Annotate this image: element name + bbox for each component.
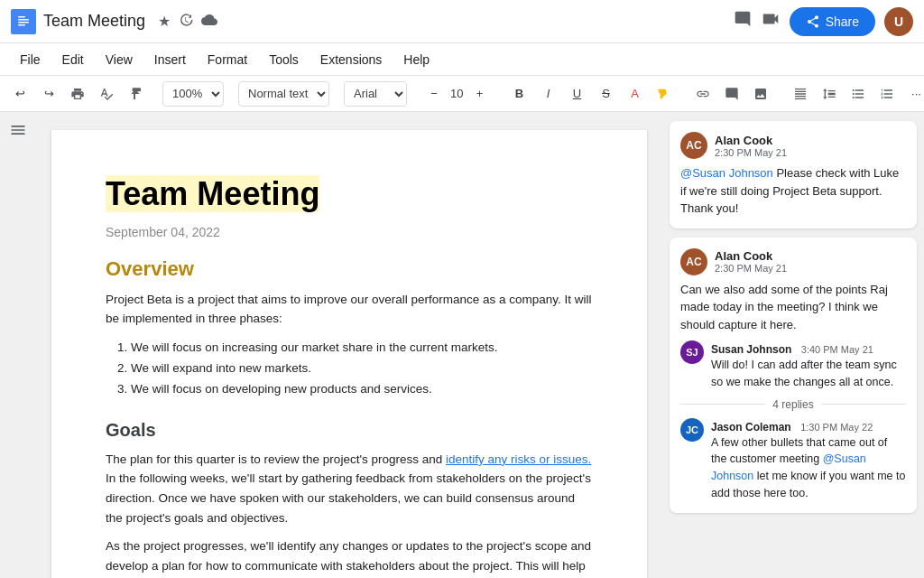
menu-help[interactable]: Help	[394, 49, 439, 70]
replies-divider: 4 replies	[680, 398, 906, 411]
reply-avatar-1: SJ	[680, 340, 704, 364]
main-area: Team Meeting September 04, 2022 Overview…	[0, 112, 924, 578]
reply-text-1: Will do! I can add after the team sync s…	[711, 357, 906, 391]
reply-time-1: 3:40 PM May 21	[801, 344, 873, 355]
comment-text-2: Can we also add some of the points Raj m…	[680, 281, 906, 334]
menu-view[interactable]: View	[97, 49, 142, 70]
reply-text-2: A few other bullets that came out of the…	[711, 434, 906, 502]
toolbar: ↩ ↪ 100% 75% 125% Normal text Heading 1 …	[0, 76, 924, 112]
goals-para1: The plan for this quarter is to review t…	[106, 450, 593, 527]
overview-body: Project Beta is a project that aims to i…	[106, 290, 593, 329]
user-avatar[interactable]: U	[884, 7, 913, 36]
doc-icon	[11, 9, 36, 34]
numbered-list-button[interactable]	[874, 81, 900, 107]
reply-avatar-2: JC	[680, 418, 704, 442]
reply-author-2: Jason Coleman	[711, 421, 791, 434]
line-spacing-button[interactable]	[817, 81, 842, 107]
reply-content-2: Jason Coleman 1:30 PM May 22 A few other…	[711, 418, 906, 502]
reply-item-1: SJ Susan Johnson 3:40 PM May 21 Will do!…	[680, 340, 906, 391]
comment-time-2: 2:30 PM May 21	[715, 263, 787, 274]
zoom-select[interactable]: 100% 75% 125%	[162, 81, 224, 107]
title-icons: ★	[158, 12, 217, 32]
checklist-button[interactable]	[845, 81, 871, 107]
reply-item-2: JC Jason Coleman 1:30 PM May 22 A few ot…	[680, 418, 906, 502]
list-item: We will expand into new markets.	[131, 359, 593, 379]
bold-button[interactable]: B	[506, 81, 531, 107]
history-icon[interactable]	[178, 12, 194, 32]
title-bar: Team Meeting ★ Share U	[0, 0, 924, 43]
list-item: We will focus on increasing our market s…	[131, 338, 593, 359]
menu-format[interactable]: Format	[199, 49, 256, 70]
svg-rect-3	[18, 22, 29, 23]
menu-insert[interactable]: Insert	[145, 49, 195, 70]
comment-author-2: Alan Cook	[715, 249, 787, 263]
goals-para1-after: In the following weeks, we'll start by g…	[106, 471, 591, 524]
paint-format-button[interactable]	[123, 81, 148, 107]
goals-para2: As the project progresses, we'll identif…	[106, 536, 593, 578]
comment-time-1: 2:30 PM May 21	[715, 147, 787, 158]
menu-tools[interactable]: Tools	[260, 49, 308, 70]
goals-para1-before: The plan for this quarter is to review t…	[106, 452, 446, 466]
meet-icon[interactable]	[761, 9, 781, 33]
font-size-plus-button[interactable]: +	[467, 81, 492, 107]
reply-author-1: Susan Johnson	[711, 343, 791, 356]
menu-edit[interactable]: Edit	[53, 49, 93, 70]
comment-meta-2: Alan Cook 2:30 PM May 21	[715, 249, 787, 274]
print-button[interactable]	[65, 81, 90, 107]
reply-content-1: Susan Johnson 3:40 PM May 21 Will do! I …	[711, 340, 906, 391]
doc-heading: Team Meeting	[106, 175, 319, 212]
svg-rect-4	[18, 24, 25, 26]
comment-meta-1: Alan Cook 2:30 PM May 21	[715, 134, 787, 158]
doc-date: September 04, 2022	[106, 225, 593, 239]
comment-card-1: AC Alan Cook 2:30 PM May 21 @Susan Johns…	[670, 121, 917, 228]
svg-rect-2	[18, 19, 29, 21]
replies-count: 4 replies	[772, 398, 813, 411]
font-select[interactable]: Arial Times New Roman	[344, 81, 407, 107]
inline-comment-button[interactable]	[719, 81, 744, 107]
comment-avatar-1: AC	[680, 132, 707, 159]
reply-time-2: 1:30 PM May 22	[800, 422, 873, 433]
font-size-minus-button[interactable]: −	[421, 81, 447, 107]
underline-button[interactable]: U	[564, 81, 589, 107]
header-right: Share U	[734, 7, 913, 36]
document-area: Team Meeting September 04, 2022 Overview…	[36, 112, 662, 578]
document-page: Team Meeting September 04, 2022 Overview…	[51, 130, 647, 578]
align-button[interactable]	[788, 81, 813, 107]
comment-author-1: Alan Cook	[715, 134, 787, 147]
document-title: Team Meeting	[43, 12, 145, 31]
style-select[interactable]: Normal text Heading 1 Heading 2	[238, 81, 329, 107]
highlight-button[interactable]	[651, 81, 676, 107]
comment-icon[interactable]	[734, 10, 752, 33]
cloud-icon	[201, 12, 217, 32]
document-title-text: Team Meeting	[106, 173, 593, 216]
undo-button[interactable]: ↩	[7, 81, 32, 107]
goals-para1-link[interactable]: identify any risks or issues.	[446, 452, 591, 466]
image-button[interactable]	[748, 81, 773, 107]
comment-text-1: @Susan Johnson Please check with Luke if…	[680, 164, 906, 218]
comment-card-2: AC Alan Cook 2:30 PM May 21 Can we also …	[670, 238, 917, 513]
comment-avatar-2: AC	[680, 248, 707, 275]
star-icon[interactable]: ★	[158, 13, 171, 30]
text-color-button[interactable]: A	[622, 81, 647, 107]
redo-button[interactable]: ↪	[36, 81, 61, 107]
strikethrough-button[interactable]: S	[593, 81, 618, 107]
share-button[interactable]: Share	[790, 7, 875, 36]
sidebar-toggle[interactable]	[0, 112, 36, 578]
overview-heading: Overview	[106, 257, 593, 281]
comments-panel: AC Alan Cook 2:30 PM May 21 @Susan Johns…	[662, 112, 924, 578]
link-button[interactable]	[690, 81, 716, 107]
list-item: We will focus on developing new products…	[131, 379, 593, 400]
comment-mention-1[interactable]: @Susan Johnson	[680, 166, 773, 180]
svg-rect-1	[18, 16, 25, 18]
menu-bar: File Edit View Insert Format Tools Exten…	[0, 43, 924, 76]
comment-header-1: AC Alan Cook 2:30 PM May 21	[680, 132, 906, 159]
share-label: Share	[826, 14, 859, 29]
menu-file[interactable]: File	[11, 49, 50, 70]
comment-header-2: AC Alan Cook 2:30 PM May 21	[680, 248, 906, 275]
italic-button[interactable]: I	[535, 81, 560, 107]
spellcheck-button[interactable]	[94, 81, 119, 107]
overview-list: We will focus on increasing our market s…	[131, 338, 593, 400]
menu-extensions[interactable]: Extensions	[311, 49, 391, 70]
more-button[interactable]: ···	[903, 81, 924, 107]
goals-heading: Goals	[106, 420, 593, 441]
